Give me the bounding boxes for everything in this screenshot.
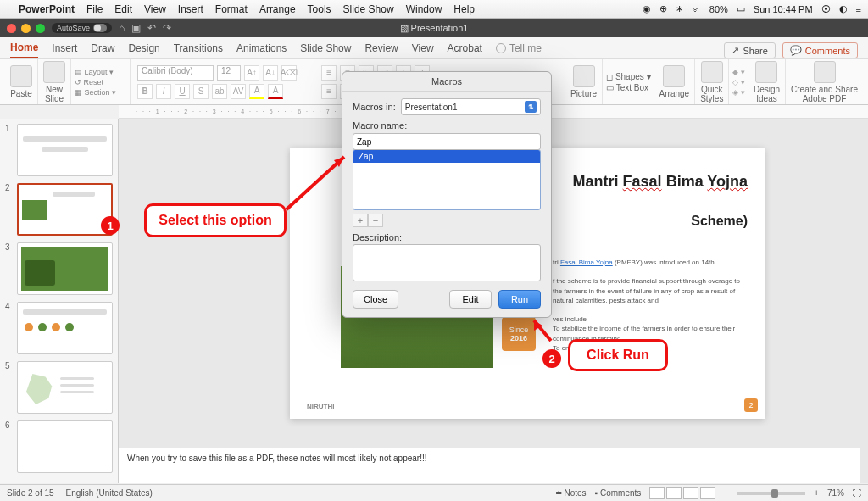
- font-color-button[interactable]: A: [268, 84, 283, 99]
- slide-thumbnails[interactable]: 1 2 3 4 5 6: [0, 119, 119, 483]
- slide-indicator[interactable]: Slide 2 of 15: [7, 488, 54, 498]
- thumbnail-slide-2[interactable]: [17, 183, 113, 236]
- bold-button[interactable]: B: [137, 84, 153, 99]
- run-button[interactable]: Run: [498, 290, 541, 309]
- minimize-window[interactable]: [21, 24, 31, 33]
- thumbnail-slide-5[interactable]: [17, 361, 113, 414]
- app-name[interactable]: PowerPoint: [19, 3, 75, 15]
- fit-to-window-button[interactable]: ⛶: [853, 488, 861, 498]
- zoom-in-button[interactable]: +: [814, 488, 819, 498]
- tab-design[interactable]: Design: [128, 39, 159, 58]
- normal-view-button[interactable]: [649, 487, 665, 499]
- shape-fill-button[interactable]: ◆ ▾: [732, 68, 745, 76]
- thumbnail-slide-6[interactable]: [17, 420, 113, 473]
- section-option[interactable]: ▦ Section ▾: [75, 88, 116, 97]
- tab-animations[interactable]: Animations: [236, 39, 287, 58]
- tab-home[interactable]: Home: [10, 38, 38, 58]
- menu-view[interactable]: View: [144, 3, 166, 15]
- tab-draw[interactable]: Draw: [91, 39, 114, 58]
- font-size-select[interactable]: 12: [217, 65, 241, 81]
- shape-outline-button[interactable]: ◇ ▾: [732, 78, 745, 86]
- shape-effects-button[interactable]: ◈ ▾: [732, 88, 745, 97]
- macro-list-item[interactable]: Zap: [353, 150, 540, 163]
- font-name-select[interactable]: Calibri (Body): [137, 65, 214, 81]
- thumb-number: 1: [5, 124, 14, 176]
- remove-macro-button[interactable]: −: [368, 214, 383, 227]
- menu-file[interactable]: File: [86, 3, 103, 15]
- home-icon[interactable]: ⌂: [119, 22, 125, 34]
- macros-in-select[interactable]: Presentation1⇅: [401, 98, 541, 115]
- macro-list[interactable]: Zap: [353, 149, 541, 210]
- notes-toggle[interactable]: ≐ Notes: [555, 488, 587, 498]
- align-left-button[interactable]: ≡: [321, 84, 337, 99]
- battery-icon: ▭: [737, 3, 745, 14]
- underline-button[interactable]: U: [175, 84, 190, 99]
- paste-group[interactable]: Paste: [5, 59, 38, 104]
- zoom-out-button[interactable]: −: [724, 488, 729, 498]
- clear-format-icon[interactable]: A⌫: [281, 65, 297, 81]
- share-button[interactable]: ↗ Share: [724, 42, 775, 58]
- comments-toggle[interactable]: ▪ Comments: [595, 488, 642, 498]
- thumbnail-slide-4[interactable]: [17, 302, 113, 354]
- shapes-button[interactable]: ◻ Shapes ▾: [606, 72, 650, 81]
- quickstyles-button[interactable]: Quick Styles: [695, 59, 729, 104]
- design-ideas-button[interactable]: Design Ideas: [748, 59, 786, 104]
- highlight-button[interactable]: A: [249, 84, 264, 99]
- bluetooth-icon[interactable]: ∗: [676, 3, 683, 14]
- shadow-button[interactable]: ab: [212, 84, 227, 99]
- macro-name-input[interactable]: [353, 133, 541, 150]
- decrease-font-icon[interactable]: A↓: [263, 65, 278, 81]
- notes-pane[interactable]: When you try to save this file as a PDF,…: [119, 448, 860, 483]
- wifi-icon[interactable]: ᯤ: [692, 4, 701, 14]
- newslide-group[interactable]: New Slide: [38, 59, 71, 104]
- spacing-button[interactable]: AV: [231, 84, 246, 99]
- description-textarea[interactable]: [353, 244, 541, 281]
- reading-view-button[interactable]: [683, 487, 698, 499]
- menu-format[interactable]: Format: [215, 3, 248, 15]
- menu-edit[interactable]: Edit: [114, 3, 132, 15]
- undo-icon[interactable]: ↶: [147, 22, 156, 34]
- maximize-window[interactable]: [36, 24, 45, 33]
- tab-insert[interactable]: Insert: [52, 39, 77, 58]
- zoom-slider[interactable]: [737, 492, 805, 495]
- zoom-level[interactable]: 71%: [827, 488, 844, 498]
- strike-button[interactable]: S: [193, 84, 209, 99]
- menu-slideshow[interactable]: Slide Show: [343, 3, 394, 15]
- tab-acrobat[interactable]: Acrobat: [448, 39, 482, 58]
- tab-view[interactable]: View: [412, 39, 434, 58]
- adobe-pdf-button[interactable]: Create and Share Adobe PDF: [786, 59, 863, 104]
- menu-window[interactable]: Window: [406, 3, 442, 15]
- arrange-button[interactable]: Arrange: [654, 59, 696, 104]
- menu-arrange[interactable]: Arrange: [259, 3, 296, 15]
- siri-icon[interactable]: ◐: [839, 3, 848, 14]
- edit-button[interactable]: Edit: [449, 290, 492, 309]
- tab-slideshow[interactable]: Slide Show: [300, 39, 351, 58]
- menu-tools[interactable]: Tools: [308, 3, 331, 15]
- tab-review[interactable]: Review: [364, 39, 398, 58]
- picture-button[interactable]: Picture: [565, 59, 603, 104]
- bullets-button[interactable]: ≡: [321, 65, 337, 81]
- close-button[interactable]: Close: [353, 290, 398, 309]
- autosave-toggle[interactable]: AutoSave: [52, 23, 112, 33]
- redo-icon[interactable]: ↷: [163, 22, 171, 34]
- layout-option[interactable]: ▤ Layout ▾: [75, 68, 116, 76]
- slideshow-view-button[interactable]: [700, 487, 715, 499]
- textbox-button[interactable]: ▭ Text Box: [606, 83, 650, 92]
- clock[interactable]: Sun 10:44 PM: [754, 4, 813, 14]
- notifications-icon[interactable]: ≡: [856, 4, 861, 14]
- italic-button[interactable]: I: [156, 84, 171, 99]
- spotlight-icon[interactable]: ⦿: [821, 4, 831, 14]
- menu-insert[interactable]: Insert: [178, 3, 203, 15]
- language-indicator[interactable]: English (United States): [66, 488, 153, 498]
- sorter-view-button[interactable]: [666, 487, 682, 499]
- menu-help[interactable]: Help: [453, 3, 475, 15]
- tab-transitions[interactable]: Transitions: [174, 39, 223, 58]
- reset-option[interactable]: ↺ Reset: [75, 78, 116, 86]
- thumbnail-slide-3[interactable]: [17, 242, 113, 295]
- thumbnail-slide-1[interactable]: [17, 124, 113, 176]
- comments-button[interactable]: 💬 Comments: [782, 42, 858, 58]
- close-window[interactable]: [7, 24, 16, 33]
- increase-font-icon[interactable]: A↑: [244, 65, 259, 81]
- save-icon[interactable]: ▣: [131, 22, 141, 34]
- tell-me[interactable]: Tell me: [496, 42, 542, 54]
